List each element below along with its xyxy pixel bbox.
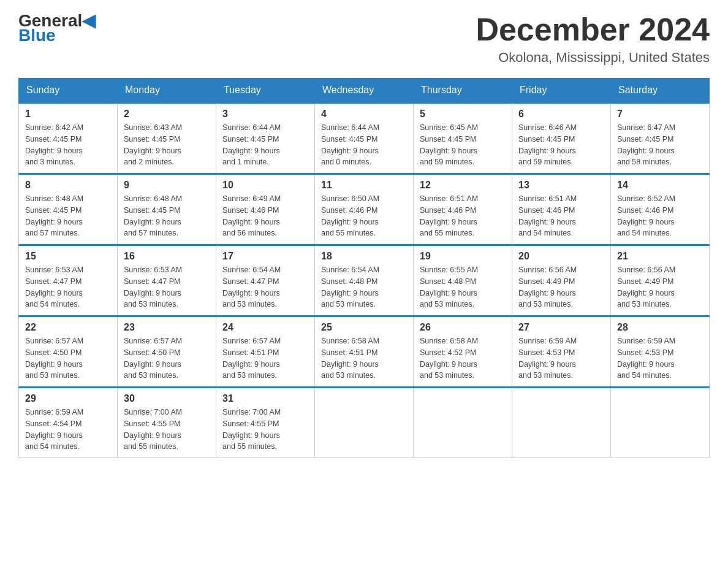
calendar-week-row: 8Sunrise: 6:48 AMSunset: 4:45 PMDaylight… — [19, 174, 710, 245]
day-number: 16 — [124, 251, 210, 262]
calendar-cell: 4Sunrise: 6:44 AMSunset: 4:45 PMDaylight… — [315, 103, 414, 174]
calendar-cell: 7Sunrise: 6:47 AMSunset: 4:45 PMDaylight… — [611, 103, 710, 174]
logo-bottom: Blue — [18, 27, 96, 44]
calendar-cell: 16Sunrise: 6:53 AMSunset: 4:47 PMDayligh… — [118, 245, 216, 316]
day-info: Sunrise: 6:54 AMSunset: 4:48 PMDaylight:… — [321, 264, 407, 310]
day-number: 2 — [124, 109, 210, 120]
day-info: Sunrise: 6:46 AMSunset: 4:45 PMDaylight:… — [518, 122, 604, 168]
day-number: 12 — [420, 180, 506, 191]
day-number: 15 — [25, 251, 111, 262]
logo: General◀ Blue — [18, 12, 96, 44]
day-number: 21 — [617, 251, 703, 262]
calendar-cell: 8Sunrise: 6:48 AMSunset: 4:45 PMDaylight… — [19, 174, 118, 245]
day-number: 13 — [518, 180, 604, 191]
day-number: 8 — [25, 180, 111, 191]
calendar-cell: 19Sunrise: 6:55 AMSunset: 4:48 PMDayligh… — [414, 245, 512, 316]
calendar-cell: 12Sunrise: 6:51 AMSunset: 4:46 PMDayligh… — [414, 174, 512, 245]
day-number: 24 — [222, 322, 308, 333]
day-info: Sunrise: 6:57 AMSunset: 4:51 PMDaylight:… — [222, 335, 308, 381]
day-info: Sunrise: 6:49 AMSunset: 4:46 PMDaylight:… — [222, 193, 308, 239]
calendar-cell: 24Sunrise: 6:57 AMSunset: 4:51 PMDayligh… — [216, 316, 315, 388]
day-number: 17 — [222, 251, 308, 262]
day-info: Sunrise: 6:52 AMSunset: 4:46 PMDaylight:… — [617, 193, 703, 239]
day-number: 11 — [321, 180, 407, 191]
calendar-cell: 5Sunrise: 6:45 AMSunset: 4:45 PMDaylight… — [414, 103, 512, 174]
day-header-wednesday: Wednesday — [315, 79, 414, 103]
calendar-cell: 29Sunrise: 6:59 AMSunset: 4:54 PMDayligh… — [19, 388, 118, 458]
day-number: 18 — [321, 251, 407, 262]
day-header-tuesday: Tuesday — [216, 79, 315, 103]
day-info: Sunrise: 6:54 AMSunset: 4:47 PMDaylight:… — [222, 264, 308, 310]
day-info: Sunrise: 6:50 AMSunset: 4:46 PMDaylight:… — [321, 193, 407, 239]
day-info: Sunrise: 6:47 AMSunset: 4:45 PMDaylight:… — [617, 122, 703, 168]
day-header-friday: Friday — [512, 79, 611, 103]
calendar-cell: 22Sunrise: 6:57 AMSunset: 4:50 PMDayligh… — [19, 316, 118, 388]
page-subtitle: Okolona, Mississippi, United States — [476, 50, 710, 66]
calendar-week-row: 22Sunrise: 6:57 AMSunset: 4:50 PMDayligh… — [19, 316, 710, 388]
day-info: Sunrise: 6:44 AMSunset: 4:45 PMDaylight:… — [222, 122, 308, 168]
day-info: Sunrise: 6:58 AMSunset: 4:52 PMDaylight:… — [420, 335, 506, 381]
day-info: Sunrise: 6:51 AMSunset: 4:46 PMDaylight:… — [518, 193, 604, 239]
day-number: 4 — [321, 109, 407, 120]
day-number: 30 — [124, 393, 210, 404]
day-number: 3 — [222, 109, 308, 120]
day-number: 5 — [420, 109, 506, 120]
calendar-cell: 31Sunrise: 7:00 AMSunset: 4:55 PMDayligh… — [216, 388, 315, 458]
day-number: 9 — [124, 180, 210, 191]
day-info: Sunrise: 7:00 AMSunset: 4:55 PMDaylight:… — [124, 407, 210, 453]
calendar-week-row: 29Sunrise: 6:59 AMSunset: 4:54 PMDayligh… — [19, 388, 710, 458]
day-number: 19 — [420, 251, 506, 262]
calendar-cell: 17Sunrise: 6:54 AMSunset: 4:47 PMDayligh… — [216, 245, 315, 316]
calendar-cell: 10Sunrise: 6:49 AMSunset: 4:46 PMDayligh… — [216, 174, 315, 245]
day-number: 6 — [518, 109, 604, 120]
day-info: Sunrise: 6:59 AMSunset: 4:53 PMDaylight:… — [617, 335, 703, 381]
day-number: 20 — [518, 251, 604, 262]
day-info: Sunrise: 6:53 AMSunset: 4:47 PMDaylight:… — [124, 264, 210, 310]
day-info: Sunrise: 6:51 AMSunset: 4:46 PMDaylight:… — [420, 193, 506, 239]
calendar-cell: 23Sunrise: 6:57 AMSunset: 4:50 PMDayligh… — [118, 316, 216, 388]
day-number: 26 — [420, 322, 506, 333]
day-info: Sunrise: 6:56 AMSunset: 4:49 PMDaylight:… — [617, 264, 703, 310]
day-info: Sunrise: 6:45 AMSunset: 4:45 PMDaylight:… — [420, 122, 506, 168]
day-info: Sunrise: 6:57 AMSunset: 4:50 PMDaylight:… — [25, 335, 111, 381]
page-header: General◀ Blue December 2024 Okolona, Mis… — [18, 12, 710, 66]
calendar-cell — [512, 388, 611, 458]
calendar-cell: 2Sunrise: 6:43 AMSunset: 4:45 PMDaylight… — [118, 103, 216, 174]
calendar-week-row: 1Sunrise: 6:42 AMSunset: 4:45 PMDaylight… — [19, 103, 710, 174]
calendar-table: SundayMondayTuesdayWednesdayThursdayFrid… — [18, 78, 710, 458]
day-info: Sunrise: 6:59 AMSunset: 4:54 PMDaylight:… — [25, 407, 111, 453]
day-header-saturday: Saturday — [611, 79, 710, 103]
day-number: 23 — [124, 322, 210, 333]
day-info: Sunrise: 6:56 AMSunset: 4:49 PMDaylight:… — [518, 264, 604, 310]
day-number: 27 — [518, 322, 604, 333]
day-info: Sunrise: 6:48 AMSunset: 4:45 PMDaylight:… — [25, 193, 111, 239]
calendar-cell: 6Sunrise: 6:46 AMSunset: 4:45 PMDaylight… — [512, 103, 611, 174]
page-title: December 2024 — [476, 12, 710, 47]
calendar-cell: 13Sunrise: 6:51 AMSunset: 4:46 PMDayligh… — [512, 174, 611, 245]
calendar-cell: 26Sunrise: 6:58 AMSunset: 4:52 PMDayligh… — [414, 316, 512, 388]
calendar-cell: 20Sunrise: 6:56 AMSunset: 4:49 PMDayligh… — [512, 245, 611, 316]
calendar-cell: 27Sunrise: 6:59 AMSunset: 4:53 PMDayligh… — [512, 316, 611, 388]
day-header-sunday: Sunday — [19, 79, 118, 103]
day-number: 29 — [25, 393, 111, 404]
calendar-cell — [414, 388, 512, 458]
day-info: Sunrise: 6:48 AMSunset: 4:45 PMDaylight:… — [124, 193, 210, 239]
day-number: 25 — [321, 322, 407, 333]
calendar-cell: 3Sunrise: 6:44 AMSunset: 4:45 PMDaylight… — [216, 103, 315, 174]
day-number: 31 — [222, 393, 308, 404]
day-info: Sunrise: 6:57 AMSunset: 4:50 PMDaylight:… — [124, 335, 210, 381]
day-header-thursday: Thursday — [414, 79, 512, 103]
day-info: Sunrise: 6:43 AMSunset: 4:45 PMDaylight:… — [124, 122, 210, 168]
calendar-cell: 9Sunrise: 6:48 AMSunset: 4:45 PMDaylight… — [118, 174, 216, 245]
day-info: Sunrise: 6:58 AMSunset: 4:51 PMDaylight:… — [321, 335, 407, 381]
day-info: Sunrise: 6:53 AMSunset: 4:47 PMDaylight:… — [25, 264, 111, 310]
day-number: 7 — [617, 109, 703, 120]
calendar-cell — [315, 388, 414, 458]
day-number: 22 — [25, 322, 111, 333]
calendar-cell — [611, 388, 710, 458]
day-number: 14 — [617, 180, 703, 191]
calendar-cell: 14Sunrise: 6:52 AMSunset: 4:46 PMDayligh… — [611, 174, 710, 245]
day-number: 10 — [222, 180, 308, 191]
calendar-header-row: SundayMondayTuesdayWednesdayThursdayFrid… — [19, 79, 710, 103]
calendar-cell: 11Sunrise: 6:50 AMSunset: 4:46 PMDayligh… — [315, 174, 414, 245]
